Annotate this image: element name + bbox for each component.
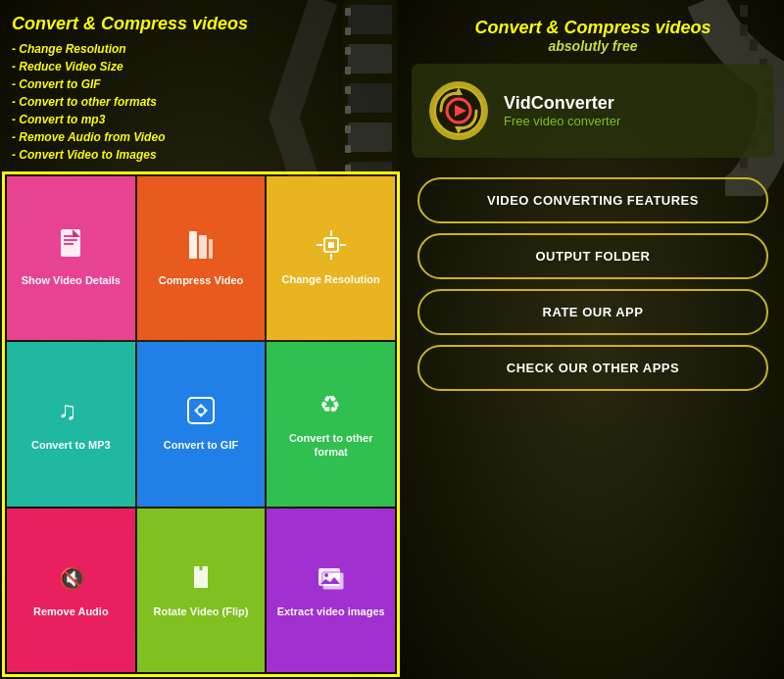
feature-item: - Convert to mp3 <box>12 111 390 128</box>
svg-text:♫: ♫ <box>58 396 77 425</box>
left-panel: Convert & Compress videos - Change Resol… <box>0 0 402 679</box>
grid-rotate-video[interactable]: Rotate Video (Flip) <box>137 509 266 672</box>
remove-audio-label: Remove Audio <box>33 605 109 618</box>
document-icon <box>57 229 84 267</box>
feature-item: - Convert to GIF <box>12 75 390 93</box>
convert-gif-label: Convert to GIF <box>164 438 238 452</box>
grid-change-resolution[interactable]: Change Resolution <box>267 176 395 340</box>
grid-convert-gif[interactable]: Convert to GIF <box>137 342 266 506</box>
grid-show-video-details[interactable]: Show Video Details <box>7 176 135 340</box>
show-video-details-label: Show Video Details <box>22 273 121 287</box>
right-subtitle: absolutly free <box>417 38 768 54</box>
grid-convert-other[interactable]: ♻ Convert to other format <box>267 342 395 506</box>
app-text: VidConverter Free video converter <box>504 93 620 128</box>
mute-icon: 🔇 <box>56 562 85 599</box>
video-features-button[interactable]: VIDEO CONVERTING FEATURES <box>417 177 768 223</box>
right-panel: Convert & Compress videos absolutly free… <box>402 0 784 679</box>
feature-grid: Show Video Details Compress Video <box>2 171 400 677</box>
grid-extract-images[interactable]: Extract video images <box>267 509 395 672</box>
recycle-icon: ♻ <box>317 389 346 425</box>
convert-other-label: Convert to other format <box>270 431 391 460</box>
resolution-icon <box>317 230 346 267</box>
feature-item: - Change Resolution <box>12 40 390 58</box>
right-title: Convert & Compress videos <box>417 18 768 38</box>
svg-text:🔇: 🔇 <box>59 565 85 592</box>
left-header: Convert & Compress videos - Change Resol… <box>0 0 402 171</box>
feature-item: - Convert to other formats <box>12 93 390 111</box>
grid-compress-video[interactable]: Compress Video <box>137 176 266 340</box>
compress-icon <box>187 229 215 267</box>
output-folder-button[interactable]: OUTPUT FOLDER <box>417 233 768 279</box>
rotate-icon <box>186 562 216 599</box>
app-name: VidConverter <box>504 93 620 114</box>
app-logo <box>427 79 490 142</box>
left-title: Convert & Compress videos <box>12 14 390 34</box>
svg-point-42 <box>324 573 328 577</box>
svg-rect-23 <box>189 231 197 259</box>
music-icon: ♫ <box>56 396 85 432</box>
gif-icon <box>186 396 216 432</box>
features-list: - Change Resolution - Reduce Video Size … <box>12 40 390 164</box>
app-info-card: VidConverter Free video converter <box>412 64 774 158</box>
convert-mp3-label: Convert to MP3 <box>31 438 111 452</box>
grid-remove-audio[interactable]: 🔇 Remove Audio <box>7 509 135 672</box>
svg-text:♻: ♻ <box>319 391 341 417</box>
feature-item: - Convert Video to Images <box>12 146 390 164</box>
extract-images-label: Extract video images <box>277 605 385 618</box>
feature-item: - Remove Audio from Video <box>12 128 390 146</box>
feature-item: - Reduce Video Size <box>12 58 390 75</box>
rate-app-button[interactable]: RATE OUR APP <box>417 289 768 335</box>
image-icon <box>317 562 346 599</box>
compress-video-label: Compress Video <box>159 273 244 287</box>
rotate-video-label: Rotate Video (Flip) <box>154 605 249 618</box>
other-apps-button[interactable]: CHECK OUR OTHER APPS <box>417 345 768 391</box>
svg-rect-25 <box>209 239 213 259</box>
svg-rect-27 <box>328 242 334 248</box>
svg-rect-24 <box>199 235 207 259</box>
svg-point-34 <box>198 408 204 413</box>
grid-convert-mp3[interactable]: ♫ Convert to MP3 <box>7 342 135 506</box>
change-resolution-label: Change Resolution <box>282 272 380 286</box>
app-tagline: Free video converter <box>504 114 620 128</box>
right-header: Convert & Compress videos absolutly free <box>402 0 784 64</box>
svg-rect-21 <box>64 239 77 241</box>
svg-rect-22 <box>64 243 74 245</box>
action-buttons: VIDEO CONVERTING FEATURES OUTPUT FOLDER … <box>402 158 784 679</box>
